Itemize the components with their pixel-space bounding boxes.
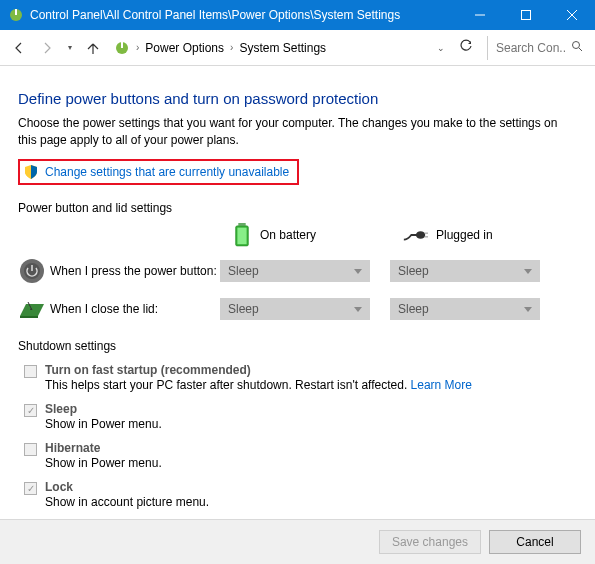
sleep-label: Sleep — [45, 402, 77, 416]
change-settings-link[interactable]: Change settings that are currently unava… — [45, 165, 289, 179]
row-power-button-label: When I press the power button: — [50, 264, 220, 278]
svg-rect-1 — [15, 9, 17, 15]
lock-label: Lock — [45, 480, 73, 494]
svg-rect-12 — [237, 227, 246, 244]
chevron-right-icon: › — [230, 42, 233, 53]
power-options-icon — [114, 40, 130, 56]
fast-startup-checkbox[interactable] — [24, 365, 37, 378]
crumb-system-settings[interactable]: System Settings — [239, 41, 326, 55]
close-button[interactable] — [549, 0, 595, 30]
crumb-power-options[interactable]: Power Options — [145, 41, 224, 55]
col-on-battery: On battery — [220, 223, 390, 247]
search-icon — [571, 40, 583, 55]
lid-battery-select[interactable]: Sleep — [220, 298, 370, 320]
window-title: Control Panel\All Control Panel Items\Po… — [30, 8, 457, 22]
refresh-button[interactable] — [455, 39, 477, 56]
sleep-checkbox[interactable]: ✓ — [24, 404, 37, 417]
breadcrumb[interactable]: › Power Options › System Settings — [114, 40, 427, 56]
svg-point-13 — [416, 231, 425, 238]
minimize-button[interactable] — [457, 0, 503, 30]
hibernate-label: Hibernate — [45, 441, 100, 455]
content-area: Define power buttons and turn on passwor… — [0, 66, 595, 519]
col-plugged-in: Plugged in — [390, 228, 560, 242]
page-heading: Define power buttons and turn on passwor… — [18, 90, 577, 107]
hibernate-checkbox[interactable] — [24, 443, 37, 456]
fast-startup-label: Turn on fast startup (recommended) — [45, 363, 251, 377]
section-shutdown-settings: Shutdown settings — [18, 339, 577, 353]
history-dropdown[interactable]: ⌄ — [437, 43, 445, 53]
forward-button[interactable] — [40, 41, 54, 55]
footer-bar: Save changes Cancel — [0, 519, 595, 564]
battery-icon — [232, 223, 252, 247]
uac-shield-icon — [23, 164, 39, 180]
svg-rect-10 — [238, 223, 245, 226]
cancel-button[interactable]: Cancel — [489, 530, 581, 554]
power-button-icon — [18, 257, 46, 285]
row-lid-label: When I close the lid: — [50, 302, 220, 316]
plug-icon — [402, 228, 428, 242]
power-options-icon — [8, 7, 24, 23]
change-settings-highlight: Change settings that are currently unava… — [18, 159, 299, 185]
save-changes-button[interactable]: Save changes — [379, 530, 481, 554]
back-button[interactable] — [12, 41, 26, 55]
learn-more-link[interactable]: Learn More — [411, 378, 472, 392]
svg-rect-7 — [121, 42, 123, 48]
svg-rect-3 — [522, 11, 531, 20]
lid-icon — [18, 295, 46, 323]
titlebar: Control Panel\All Control Panel Items\Po… — [0, 0, 595, 30]
chevron-right-icon: › — [136, 42, 139, 53]
power-button-plugged-select[interactable]: Sleep — [390, 260, 540, 282]
power-button-lid-grid: On battery Plugged in When I press the p… — [18, 223, 577, 323]
up-button[interactable] — [86, 41, 100, 55]
recent-dropdown[interactable]: ▾ — [68, 43, 72, 52]
power-button-battery-select[interactable]: Sleep — [220, 260, 370, 282]
lock-checkbox[interactable]: ✓ — [24, 482, 37, 495]
lid-plugged-select[interactable]: Sleep — [390, 298, 540, 320]
page-description: Choose the power settings that you want … — [18, 115, 577, 149]
maximize-button[interactable] — [503, 0, 549, 30]
section-power-button-lid: Power button and lid settings — [18, 201, 577, 215]
svg-point-8 — [573, 42, 580, 49]
window-controls — [457, 0, 595, 30]
navigation-bar: ▾ › Power Options › System Settings ⌄ — [0, 30, 595, 66]
svg-line-9 — [579, 48, 582, 51]
